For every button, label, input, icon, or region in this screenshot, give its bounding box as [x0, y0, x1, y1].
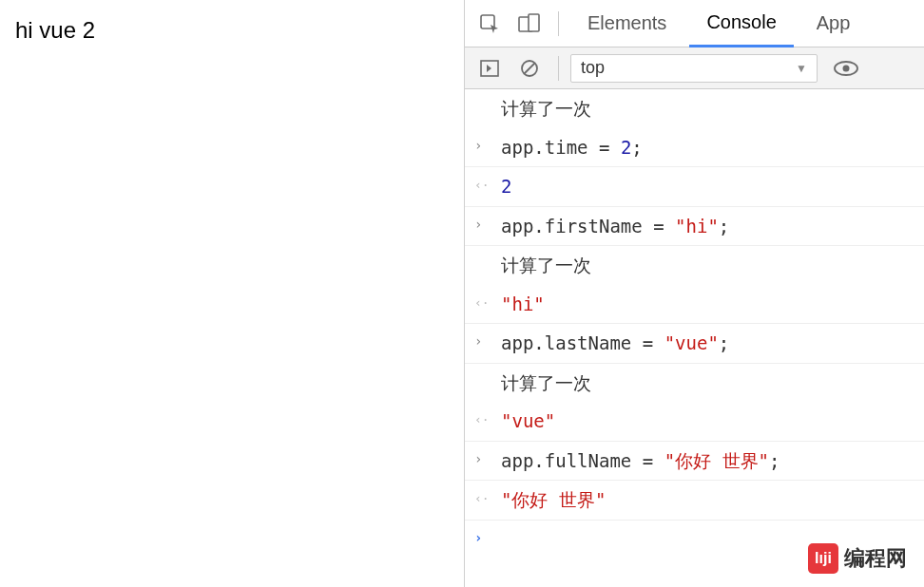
console-gutter: ‹·: [474, 486, 501, 508]
console-row: ‹·2: [465, 167, 924, 207]
console-gutter: ›: [474, 134, 501, 156]
console-content: 计算了一次: [501, 252, 914, 279]
sidebar-toggle-icon[interactable]: [472, 51, 507, 85]
watermark-logo: lıji: [808, 543, 838, 574]
console-gutter: [474, 252, 501, 254]
inspect-icon[interactable]: [472, 7, 507, 41]
console-content: "vue": [501, 407, 914, 435]
context-selector[interactable]: top ▼: [570, 54, 818, 83]
console-gutter: ‹·: [474, 291, 501, 312]
chevron-down-icon: ▼: [796, 62, 807, 75]
console-content: app.fullName = "你好 世界";: [501, 447, 914, 475]
svg-line-5: [525, 63, 535, 73]
console-content: app.firstName = "hi";: [501, 213, 914, 240]
console-gutter: ‹·: [474, 173, 501, 195]
console-content: 计算了一次: [501, 95, 914, 123]
devtools-toolbar: Elements Console App: [465, 0, 924, 47]
page-text: hi vue 2: [15, 17, 95, 43]
console-row: ›app.fullName = "你好 世界";: [465, 442, 924, 482]
console-content: "hi": [501, 291, 914, 318]
tab-elements[interactable]: Elements: [570, 1, 683, 46]
toolbar-divider: [558, 56, 559, 81]
tab-console[interactable]: Console: [689, 0, 793, 47]
console-row: 计算了一次: [465, 246, 924, 285]
console-gutter: ›: [474, 526, 501, 548]
console-content: 2: [501, 173, 914, 200]
console-row: ‹·"vue": [465, 402, 924, 442]
console-gutter: [474, 95, 501, 97]
devtools-panel: Elements Console App top ▼: [465, 0, 924, 587]
console-gutter: [474, 369, 501, 371]
console-row: ›app.lastName = "vue";: [465, 324, 924, 364]
console-row: ‹·"你好 世界": [465, 481, 924, 521]
live-expression-icon[interactable]: [829, 51, 863, 85]
console-content: app.lastName = "vue";: [501, 330, 914, 357]
console-toolbar: top ▼: [465, 47, 924, 89]
console-gutter: ›: [474, 447, 501, 469]
svg-point-7: [843, 65, 850, 71]
console-row: ‹·"hi": [465, 285, 924, 325]
console-row: ›app.firstName = "hi";: [465, 207, 924, 247]
watermark: lıji 编程网: [808, 543, 907, 574]
console-row: ›app.time = 2;: [465, 128, 924, 168]
console-log-area[interactable]: 计算了一次›app.time = 2;‹·2›app.firstName = "…: [465, 89, 924, 587]
console-gutter: ›: [474, 213, 501, 235]
tab-application[interactable]: App: [799, 1, 868, 46]
clear-console-icon[interactable]: [512, 51, 547, 85]
console-gutter: ›: [474, 330, 501, 351]
svg-rect-2: [529, 14, 539, 31]
console-content: 计算了一次: [501, 369, 914, 397]
watermark-text: 编程网: [844, 544, 907, 573]
console-content: "你好 世界": [501, 486, 914, 514]
context-selector-value: top: [581, 58, 605, 78]
device-toggle-icon[interactable]: [512, 7, 547, 41]
page-content: hi vue 2: [0, 0, 465, 587]
console-gutter: ‹·: [474, 407, 501, 429]
console-content: app.time = 2;: [501, 134, 914, 161]
toolbar-divider: [558, 11, 559, 36]
console-row: 计算了一次: [465, 364, 924, 403]
console-row: 计算了一次: [465, 89, 924, 128]
